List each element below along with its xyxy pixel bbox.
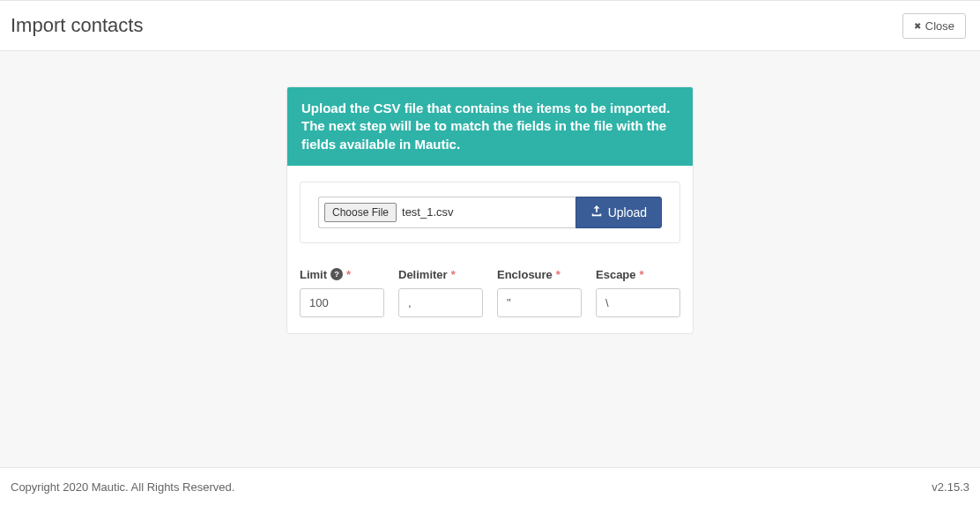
delimiter-label: Delimiter * xyxy=(398,268,483,281)
copyright-text: Copyright 2020 Mautic. All Rights Reserv… xyxy=(11,480,234,494)
escape-label: Escape * xyxy=(596,268,680,281)
delimiter-field-group: Delimiter * xyxy=(398,268,483,317)
upload-section: Choose File test_1.csv Upload xyxy=(300,182,680,243)
upload-icon xyxy=(590,205,603,220)
enclosure-label-text: Enclosure xyxy=(497,268,553,281)
enclosure-field-group: Enclosure * xyxy=(497,268,582,317)
escape-input[interactable] xyxy=(596,288,680,317)
file-input[interactable]: Choose File test_1.csv xyxy=(318,197,575,228)
enclosure-input[interactable] xyxy=(497,288,582,317)
page-footer: Copyright 2020 Mautic. All Rights Reserv… xyxy=(0,467,980,506)
limit-label-text: Limit xyxy=(300,268,327,281)
panel-instruction: Upload the CSV file that contains the it… xyxy=(287,87,693,166)
limit-label: Limit ? * xyxy=(300,268,384,281)
help-icon[interactable]: ? xyxy=(330,268,343,280)
required-marker: * xyxy=(346,268,351,281)
enclosure-label: Enclosure * xyxy=(497,268,582,281)
content-area: Upload the CSV file that contains the it… xyxy=(0,51,980,334)
page-title: Import contacts xyxy=(11,14,143,37)
required-marker: * xyxy=(556,268,561,281)
limit-field-group: Limit ? * xyxy=(300,268,384,317)
required-marker: * xyxy=(451,268,456,281)
escape-label-text: Escape xyxy=(596,268,636,281)
upload-button-label: Upload xyxy=(608,205,647,220)
fields-row: Limit ? * Delimiter * Enclosure xyxy=(300,268,680,317)
selected-file-name: test_1.csv xyxy=(402,205,454,219)
upload-button[interactable]: Upload xyxy=(575,197,662,228)
version-text: v2.15.3 xyxy=(932,480,969,494)
delimiter-label-text: Delimiter xyxy=(398,268,448,281)
choose-file-button[interactable]: Choose File xyxy=(324,203,397,222)
delimiter-input[interactable] xyxy=(398,288,483,317)
panel-body: Choose File test_1.csv Upload Limit xyxy=(287,166,693,333)
close-icon: ✖ xyxy=(914,21,921,31)
escape-field-group: Escape * xyxy=(596,268,680,317)
limit-input[interactable] xyxy=(300,288,384,317)
import-panel: Upload the CSV file that contains the it… xyxy=(286,86,694,334)
close-button[interactable]: ✖ Close xyxy=(902,13,966,39)
close-button-label: Close xyxy=(925,19,954,33)
page-header: Import contacts ✖ Close xyxy=(0,0,980,51)
required-marker: * xyxy=(640,268,644,281)
upload-row: Choose File test_1.csv Upload xyxy=(318,197,662,228)
